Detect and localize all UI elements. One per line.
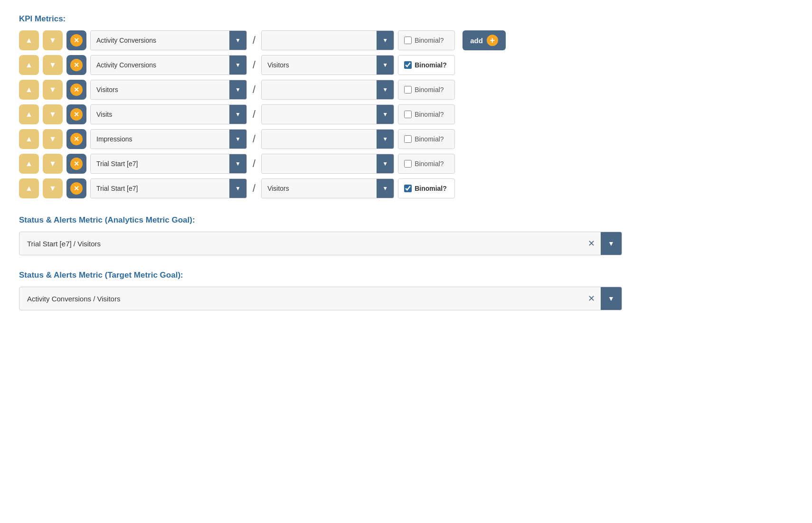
numerator-select[interactable]: Impressions ▼ [90, 129, 247, 149]
move-down-button[interactable]: ▼ [43, 55, 63, 75]
denominator-dropdown-arrow[interactable]: ▼ [377, 56, 394, 75]
move-up-button[interactable]: ▲ [19, 55, 39, 75]
denominator-dropdown-arrow[interactable]: ▼ [377, 80, 394, 99]
status-analytics-select[interactable]: Trial Start [e7] / Visitors ✕ ▼ [19, 232, 622, 255]
add-button[interactable]: add + [463, 30, 506, 50]
metric-row: ▲ ▼ ✕ Activity Conversions ▼ / ▼ Binomia… [19, 30, 793, 50]
denominator-dropdown-arrow[interactable]: ▼ [377, 105, 394, 124]
binomial-checkbox[interactable] [404, 185, 412, 192]
binomial-wrapper[interactable]: Binomial? [398, 154, 455, 174]
divider-slash: / [251, 108, 257, 121]
chevron-down-icon: ▼ [382, 185, 388, 192]
status-analytics-label: Status & Alerts Metric (Analytics Metric… [19, 215, 793, 225]
numerator-dropdown-arrow[interactable]: ▼ [229, 154, 246, 173]
numerator-dropdown-arrow[interactable]: ▼ [229, 105, 246, 124]
binomial-wrapper[interactable]: Binomial? [398, 178, 455, 198]
status-analytics-dropdown-arrow[interactable]: ▼ [601, 232, 622, 255]
numerator-select[interactable]: Visitors ▼ [90, 80, 247, 100]
numerator-select[interactable]: Activity Conversions ▼ [90, 30, 247, 50]
remove-icon: ✕ [70, 84, 83, 96]
denominator-select[interactable]: ▼ [261, 154, 394, 174]
status-analytics-clear-button[interactable]: ✕ [582, 238, 601, 249]
binomial-checkbox[interactable] [404, 61, 412, 69]
denominator-dropdown-arrow[interactable]: ▼ [377, 31, 394, 50]
status-target-dropdown-arrow[interactable]: ▼ [601, 287, 622, 310]
denominator-dropdown-arrow[interactable]: ▼ [377, 154, 394, 173]
chevron-down-icon: ▼ [49, 184, 57, 193]
remove-button[interactable]: ✕ [66, 104, 86, 124]
remove-button[interactable]: ✕ [66, 55, 86, 75]
binomial-checkbox[interactable] [404, 111, 412, 118]
status-target-clear-button[interactable]: ✕ [582, 293, 601, 304]
denominator-select[interactable]: ▼ [261, 80, 394, 100]
remove-button[interactable]: ✕ [66, 80, 86, 100]
numerator-select[interactable]: Visits ▼ [90, 104, 247, 124]
move-down-button[interactable]: ▼ [43, 80, 63, 100]
numerator-select[interactable]: Trial Start [e7] ▼ [90, 178, 247, 198]
remove-button[interactable]: ✕ [66, 129, 86, 149]
move-up-button[interactable]: ▲ [19, 30, 39, 50]
denominator-dropdown-arrow[interactable]: ▼ [377, 179, 394, 198]
binomial-wrapper[interactable]: Binomial? [398, 30, 455, 50]
move-up-button[interactable]: ▲ [19, 178, 39, 198]
kpi-metrics-section: KPI Metrics: ▲ ▼ ✕ Activity Conversions … [19, 14, 793, 198]
binomial-checkbox[interactable] [404, 160, 412, 168]
chevron-down-icon: ▼ [49, 61, 57, 69]
binomial-label: Binomial? [415, 86, 444, 93]
denominator-select[interactable]: ▼ [261, 30, 394, 50]
remove-icon: ✕ [70, 59, 83, 71]
numerator-dropdown-arrow[interactable]: ▼ [229, 80, 246, 99]
move-down-button[interactable]: ▼ [43, 129, 63, 149]
divider-slash: / [251, 59, 257, 71]
numerator-select[interactable]: Activity Conversions ▼ [90, 55, 247, 75]
binomial-wrapper[interactable]: Binomial? [398, 129, 455, 149]
remove-button[interactable]: ✕ [66, 178, 86, 198]
chevron-up-icon: ▲ [25, 159, 33, 168]
remove-button[interactable]: ✕ [66, 30, 86, 50]
binomial-wrapper[interactable]: Binomial? [398, 55, 455, 75]
denominator-select[interactable]: Visitors ▼ [261, 55, 394, 75]
chevron-down-icon: ▼ [49, 110, 57, 119]
move-down-button[interactable]: ▼ [43, 104, 63, 124]
denominator-dropdown-arrow[interactable]: ▼ [377, 130, 394, 149]
numerator-dropdown-arrow[interactable]: ▼ [229, 56, 246, 75]
move-down-button[interactable]: ▼ [43, 178, 63, 198]
move-up-button[interactable]: ▲ [19, 104, 39, 124]
denominator-select[interactable]: ▼ [261, 104, 394, 124]
move-down-button[interactable]: ▼ [43, 154, 63, 174]
remove-button[interactable]: ✕ [66, 154, 86, 174]
chevron-down-icon: ▼ [382, 111, 388, 118]
binomial-label: Binomial? [415, 61, 447, 69]
numerator-value: Activity Conversions [91, 61, 229, 69]
binomial-label: Binomial? [415, 111, 444, 118]
binomial-checkbox[interactable] [404, 37, 412, 44]
move-up-button[interactable]: ▲ [19, 154, 39, 174]
chevron-down-icon: ▼ [235, 86, 241, 93]
binomial-wrapper[interactable]: Binomial? [398, 80, 455, 100]
chevron-up-icon: ▲ [25, 36, 33, 45]
binomial-wrapper[interactable]: Binomial? [398, 104, 455, 124]
move-up-button[interactable]: ▲ [19, 129, 39, 149]
numerator-select[interactable]: Trial Start [e7] ▼ [90, 154, 247, 174]
binomial-checkbox[interactable] [404, 86, 412, 93]
chevron-down-icon: ▼ [382, 136, 388, 142]
chevron-up-icon: ▲ [25, 85, 33, 94]
numerator-dropdown-arrow[interactable]: ▼ [229, 179, 246, 198]
chevron-down-icon: ▼ [49, 159, 57, 168]
move-up-button[interactable]: ▲ [19, 80, 39, 100]
remove-icon: ✕ [70, 133, 83, 145]
move-down-button[interactable]: ▼ [43, 30, 63, 50]
divider-slash: / [251, 34, 257, 47]
remove-icon: ✕ [70, 182, 83, 195]
status-target-select[interactable]: Activity Conversions / Visitors ✕ ▼ [19, 287, 622, 310]
binomial-checkbox[interactable] [404, 135, 412, 143]
numerator-dropdown-arrow[interactable]: ▼ [229, 130, 246, 149]
metric-row: ▲ ▼ ✕ Impressions ▼ / ▼ Binomial? [19, 129, 793, 149]
denominator-select[interactable]: Visitors ▼ [261, 178, 394, 198]
chevron-down-icon: ▼ [382, 37, 388, 44]
metric-row: ▲ ▼ ✕ Trial Start [e7] ▼ / Visitors ▼ Bi… [19, 178, 793, 198]
metric-row: ▲ ▼ ✕ Visitors ▼ / ▼ Binomial? [19, 80, 793, 100]
numerator-dropdown-arrow[interactable]: ▼ [229, 31, 246, 50]
divider-slash: / [251, 182, 257, 195]
denominator-select[interactable]: ▼ [261, 129, 394, 149]
